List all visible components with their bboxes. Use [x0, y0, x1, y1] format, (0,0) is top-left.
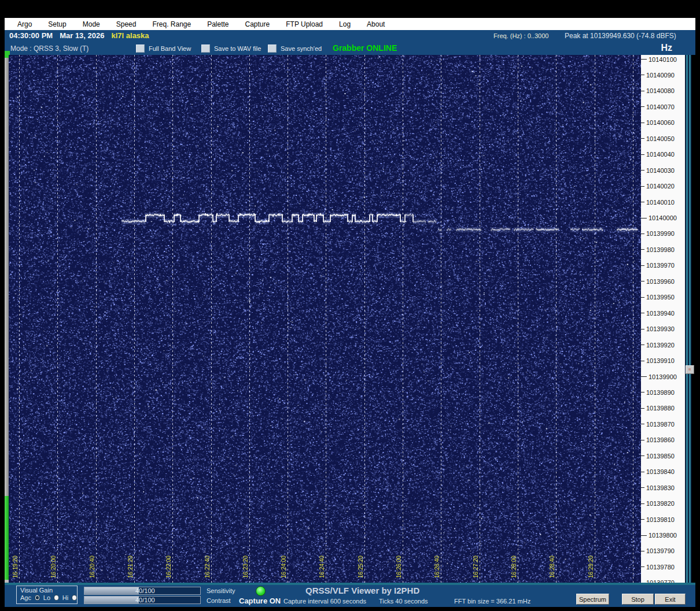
freq-scale-row: 10140040 [641, 151, 675, 158]
agc-radio[interactable] [35, 595, 40, 601]
checkbox-group-full-band-view: Full Band View [136, 45, 191, 53]
freq-scale-row: 10140000 [641, 214, 677, 222]
freq-tick [641, 535, 647, 536]
ticks-label: Ticks 40 seconds [379, 598, 428, 605]
freq-label: 10139790 [646, 547, 675, 554]
stop-button[interactable]: Stop [622, 594, 654, 605]
freq-scale-row: 10140020 [641, 183, 675, 190]
capture-interval-label: Capture interval 600 seconds [283, 598, 366, 605]
menu-item-log[interactable]: Log [331, 20, 359, 28]
sensitivity-slider[interactable]: 40/100 [84, 587, 201, 595]
freq-label: 10139800 [649, 532, 677, 539]
freq-label: 10139850 [646, 453, 675, 460]
freq-span-label: Freq. (Hz) : 0..3000 [493, 32, 548, 39]
status-bar: 04:30:00 PM Mar 13, 2026 kl7l alaska Fre… [5, 30, 695, 42]
menu-item-speed[interactable]: Speed [108, 20, 145, 28]
menu-item-palette[interactable]: Palette [199, 20, 237, 28]
spectrum-button[interactable]: Spectrum [576, 594, 609, 605]
freq-label: 10139970 [646, 262, 675, 269]
date-text: Mar 13, 2026 [60, 31, 104, 40]
freq-scale-row: 10139840 [641, 468, 675, 476]
freq-scale-row: 10139960 [641, 277, 675, 285]
freq-label: 10139780 [646, 564, 675, 571]
visual-gain-box: Visual Gain AgcLoHi [16, 586, 78, 604]
capture-state-label: Capture ON [239, 597, 281, 605]
checkbox-group-save-synch-ed: Save synch'ed [268, 45, 322, 53]
freq-tick [641, 202, 644, 202]
freq-scale-row: 10139830 [641, 484, 675, 491]
freq-scale-row: 10139890 [641, 388, 675, 396]
menu-item-freq-range[interactable]: Freq. Range [144, 20, 199, 28]
freq-scale-row: 10139930 [641, 325, 675, 333]
radio-label-lo: Lo [43, 594, 50, 601]
freq-scale-row: 10139980 [641, 246, 675, 253]
freq-tick [641, 519, 644, 520]
freq-label: 10139810 [646, 516, 675, 523]
menu-item-mode[interactable]: Mode [75, 20, 108, 28]
freq-scale-row: 10139880 [641, 405, 675, 412]
freq-tick [641, 281, 644, 282]
menu-item-about[interactable]: About [359, 20, 393, 28]
freq-tick [641, 234, 644, 234]
freq-scale-row: 10139790 [641, 547, 675, 555]
freq-tick [641, 138, 644, 139]
clock-text: 04:30:00 PM [9, 31, 53, 40]
menu-item-capture[interactable]: Capture [237, 20, 278, 28]
freq-label: 10140010 [646, 199, 675, 206]
contrast-value: 40/100 [135, 597, 155, 603]
freq-scale-row: 10139870 [641, 420, 675, 428]
grabber-status: Grabber ONLINE [333, 43, 397, 53]
freq-label: 10139960 [646, 278, 675, 285]
freq-tick [641, 440, 644, 440]
freq-scale-row: 10139990 [641, 230, 675, 238]
freq-tick [641, 376, 647, 377]
exit-button[interactable]: Exit [655, 594, 686, 605]
freq-scale-row: 10140090 [641, 71, 675, 79]
freq-tick [641, 329, 644, 329]
visual-gain-title: Visual Gain [20, 587, 77, 594]
freq-label: 10140050 [646, 135, 675, 142]
bottom-bar: Visual Gain AgcLoHi 40/100 40/100 Sensit… [5, 585, 695, 607]
freq-tick [641, 123, 644, 123]
freq-label: 10140020 [646, 183, 675, 190]
freq-tick [641, 472, 644, 472]
hz-unit-label: Hz [661, 43, 672, 53]
sensitivity-value: 40/100 [135, 587, 155, 594]
freq-tick [641, 59, 647, 60]
contrast-slider-fill [84, 597, 139, 603]
freq-scale-row: 10140030 [641, 166, 675, 174]
freq-tick [641, 218, 647, 219]
freq-label: 10139860 [646, 436, 675, 443]
menu-item-argo[interactable]: Argo [9, 20, 40, 28]
freq-label: 10139890 [646, 389, 675, 396]
save-synch-ed-checkbox[interactable] [268, 45, 277, 53]
full-band-view-checkbox[interactable] [136, 45, 145, 53]
lo-radio[interactable] [54, 595, 59, 601]
freq-label: 10139830 [646, 484, 675, 491]
save-to-wav-file-checkbox[interactable] [201, 45, 210, 53]
freq-tick [641, 456, 644, 456]
contrast-label: Contrast [207, 597, 231, 604]
menu-item-ftp-upload[interactable]: FTP Upload [278, 20, 331, 28]
freq-tick [641, 345, 644, 345]
freq-tick [641, 408, 644, 409]
freq-scale-row: 10139940 [641, 309, 675, 317]
freq-tick [641, 392, 644, 392]
menu-item-setup[interactable]: Setup [40, 20, 74, 28]
mode-label: Mode : QRSS 3, Slow (T) [10, 45, 89, 53]
freq-tick [641, 503, 644, 504]
freq-label: 10139930 [646, 325, 675, 332]
hi-radio[interactable] [72, 595, 77, 601]
progress-strip-active [5, 496, 9, 580]
app-title: QRSS/VLF Viewer by I2PHD [305, 586, 419, 595]
freq-offset-scrollbar[interactable] [685, 55, 695, 584]
argo-window: ArgoSetupModeSpeedFreq. RangePaletteCapt… [0, 0, 700, 611]
freq-tick [641, 313, 644, 313]
frequency-scale: 1014010010140090101400801014007010140060… [641, 55, 685, 583]
freq-label: 10139820 [646, 500, 675, 507]
freq-offset-thumb[interactable] [686, 365, 694, 374]
freq-scale-row: 10140010 [641, 198, 675, 206]
freq-tick [641, 566, 644, 567]
contrast-slider[interactable]: 40/100 [84, 596, 201, 604]
freq-scale-row: 10140080 [641, 87, 675, 95]
